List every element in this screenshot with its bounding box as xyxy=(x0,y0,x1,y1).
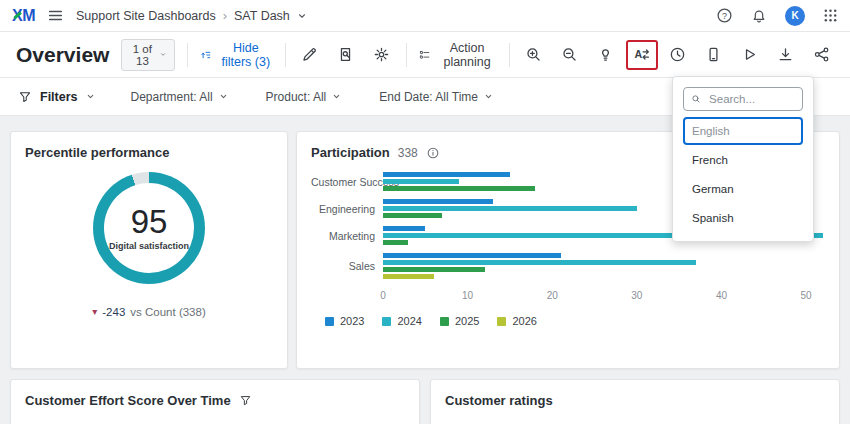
highlighted-tool: A xyxy=(630,43,654,67)
dashboard-toolbar: Overview 1 of 13 Hide filters (3) Action… xyxy=(0,32,850,78)
toolbar-divider xyxy=(285,43,286,67)
notifications-bell-icon[interactable] xyxy=(751,8,767,24)
widgets-row-2: Customer Effort Score Over Time Customer… xyxy=(10,379,840,424)
card-title: Participation xyxy=(311,145,390,160)
breadcrumb-dashboards[interactable]: Support Site Dashboards xyxy=(76,9,216,23)
participation-count: 338 xyxy=(398,146,418,160)
top-nav: XM Support Site Dashboards › SAT Dash ? … xyxy=(0,0,850,32)
chevron-down-icon xyxy=(332,92,341,101)
settings-gear-icon[interactable] xyxy=(370,43,394,67)
info-icon[interactable] xyxy=(426,146,440,160)
effort-score-card: Customer Effort Score Over Time xyxy=(10,379,420,424)
card-title: Percentile performance xyxy=(25,145,170,160)
breadcrumb-chevron-down-icon[interactable] xyxy=(297,11,307,21)
toolbar-divider xyxy=(509,43,510,67)
breadcrumb-current[interactable]: SAT Dash xyxy=(234,9,290,23)
legend-item-2025[interactable]: 2025 xyxy=(440,315,479,327)
bar-2023-engineering[interactable] xyxy=(383,199,493,204)
page-selector[interactable]: 1 of 13 xyxy=(121,39,175,71)
collapse-filters-icon xyxy=(200,47,211,63)
bar-2025-engineering[interactable] xyxy=(383,213,442,218)
legend-item-2026[interactable]: 2026 xyxy=(497,315,536,327)
language-option-german[interactable]: German xyxy=(683,175,803,203)
language-search-input[interactable] xyxy=(707,92,795,106)
avatar-initial: K xyxy=(791,10,798,21)
xm-logo-text: XM xyxy=(12,7,35,24)
hide-filters-button[interactable]: Hide filters (3) xyxy=(200,41,272,69)
filter-label: End Date: All Time xyxy=(379,90,478,104)
delta-comparison: vs Count (338) xyxy=(130,306,205,318)
language-search-box xyxy=(683,87,803,111)
language-option-spanish[interactable]: Spanish xyxy=(683,204,803,232)
legend-item-2023[interactable]: 2023 xyxy=(325,315,364,327)
donut-gauge: 95 Digital satisfaction xyxy=(93,172,205,284)
legend-label: 2023 xyxy=(340,315,364,327)
customer-ratings-card: Customer ratings xyxy=(430,379,840,424)
app-waffle-grid-icon[interactable] xyxy=(823,8,838,23)
hide-filters-label: Hide filters (3) xyxy=(219,41,273,69)
zoom-out-icon[interactable] xyxy=(558,43,582,67)
filter-label: Department: All xyxy=(131,90,213,104)
filter-item-department[interactable]: Department: All xyxy=(131,90,228,104)
play-icon[interactable] xyxy=(738,43,762,67)
legend-swatch xyxy=(382,317,391,326)
bar-2024-engineering[interactable] xyxy=(383,206,637,211)
x-tick-40: 40 xyxy=(716,290,727,301)
bar-2025-marketing[interactable] xyxy=(383,240,408,245)
toolbar-divider xyxy=(187,43,188,67)
download-icon[interactable] xyxy=(774,43,798,67)
translate-language-icon[interactable]: A xyxy=(630,43,654,67)
language-option-english[interactable]: English xyxy=(683,117,803,145)
share-icon[interactable] xyxy=(810,43,834,67)
preview-page-icon[interactable] xyxy=(334,43,358,67)
filter-funnel-icon xyxy=(18,90,32,104)
svg-text:?: ? xyxy=(722,11,727,21)
widget-filter-funnel-icon[interactable] xyxy=(239,394,252,407)
delta-value: -243 xyxy=(102,306,125,318)
bars xyxy=(383,253,823,279)
legend-swatch xyxy=(325,317,334,326)
filter-item-product[interactable]: Product: All xyxy=(266,90,342,104)
language-option-french[interactable]: French xyxy=(683,146,803,174)
action-planning-button[interactable]: Action planning xyxy=(419,41,497,69)
legend-label: 2025 xyxy=(455,315,479,327)
history-clock-icon[interactable] xyxy=(666,43,690,67)
bar-2023-sales[interactable] xyxy=(383,253,561,258)
x-tick-20: 20 xyxy=(547,290,558,301)
legend-label: 2024 xyxy=(397,315,421,327)
help-icon[interactable]: ? xyxy=(716,7,733,24)
bar-2023-customer-success[interactable] xyxy=(383,172,510,177)
page-indicator: 1 of 13 xyxy=(130,43,154,67)
page-title: Overview xyxy=(16,43,109,67)
bar-2026-sales[interactable] xyxy=(383,274,434,279)
xm-logo[interactable]: XM xyxy=(12,7,35,25)
toolbar-divider xyxy=(406,43,407,67)
search-icon xyxy=(691,93,701,105)
percentile-performance-card: Percentile performance 95 Digital satisf… xyxy=(10,131,288,369)
mobile-device-icon[interactable] xyxy=(702,43,726,67)
legend-swatch xyxy=(497,317,506,326)
hamburger-menu-icon[interactable] xyxy=(47,7,64,24)
zoom-in-icon[interactable] xyxy=(522,43,546,67)
gauge-label: Digital satisfaction xyxy=(109,241,189,251)
bar-2025-customer-success[interactable] xyxy=(383,186,535,191)
filters-label: Filters xyxy=(40,90,78,104)
bar-2024-customer-success[interactable] xyxy=(383,179,459,184)
filter-item-enddate[interactable]: End Date: All Time xyxy=(379,90,493,104)
top-nav-right: ? K xyxy=(716,6,838,26)
user-avatar[interactable]: K xyxy=(785,6,805,26)
category-label: Engineering xyxy=(311,203,375,215)
bar-2023-marketing[interactable] xyxy=(383,226,425,231)
x-tick-50: 50 xyxy=(801,290,812,301)
legend-item-2024[interactable]: 2024 xyxy=(382,315,421,327)
language-dropdown-menu: EnglishFrenchGermanSpanish xyxy=(672,76,814,242)
svg-text:A: A xyxy=(635,48,643,60)
edit-pencil-icon[interactable] xyxy=(298,43,322,67)
bar-2024-sales[interactable] xyxy=(383,260,696,265)
x-tick-30: 30 xyxy=(631,290,642,301)
bar-2025-sales[interactable] xyxy=(383,267,485,272)
filters-toggle[interactable]: Filters xyxy=(18,90,95,104)
lightbulb-icon[interactable] xyxy=(594,43,618,67)
x-tick-0: 0 xyxy=(380,290,386,301)
action-planning-label: Action planning xyxy=(437,41,497,69)
